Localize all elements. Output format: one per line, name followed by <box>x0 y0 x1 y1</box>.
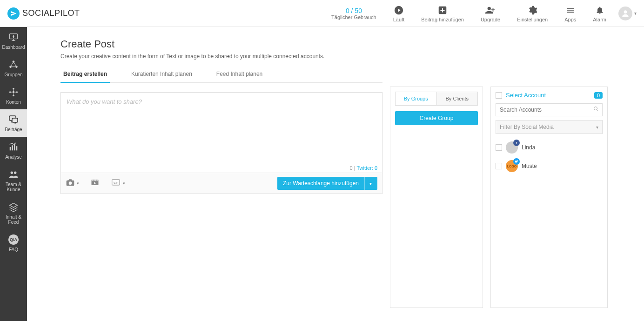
caret-down-icon: ▾ <box>365 181 372 186</box>
usage-count: 0 / 50 <box>346 7 362 14</box>
caret-down-icon: ▾ <box>634 11 637 16</box>
svg-point-3 <box>9 66 12 68</box>
svg-rect-11 <box>12 118 18 122</box>
post-composer: 0 | Twitter: 0 ▾ GIF ▾ Zur Warteschlange… <box>60 92 382 194</box>
monitor-icon <box>8 32 19 43</box>
avatar-icon <box>506 141 518 154</box>
chat-icon <box>8 114 19 125</box>
content-tabs: Beitrag erstellen Kuratierten Inhalt pla… <box>60 71 382 83</box>
group-tabs: By Groups By Clients <box>395 92 478 106</box>
tab-by-clients[interactable]: By Clients <box>437 92 478 105</box>
checkbox-icon <box>496 144 502 151</box>
add-photo-button[interactable]: ▾ <box>66 178 79 189</box>
user-menu[interactable]: ▾ <box>618 7 637 20</box>
svg-text:GIF: GIF <box>114 181 118 184</box>
chevron-down-icon: ▾ <box>77 181 79 186</box>
svg-point-5 <box>13 91 15 94</box>
page-title: Create Post <box>60 38 382 50</box>
composer-toolbar: ▾ GIF ▾ Zur Warteschlange hinzufügen ▾ <box>61 173 382 194</box>
add-to-queue-button[interactable]: Zur Warteschlange hinzufügen ▾ <box>277 177 377 190</box>
add-gif-button[interactable]: GIF ▾ <box>111 178 125 189</box>
groups-panel: By Groups By Clients Create Group <box>390 87 483 308</box>
tab-feed[interactable]: Feed Inhalt planen <box>214 71 265 83</box>
usage-label: Täglicher Gebrauch <box>331 14 376 20</box>
header: SOCIALPILOT 0 / 50 Täglicher Gebrauch Lä… <box>0 0 644 27</box>
create-group-button[interactable]: Create Group <box>395 111 478 125</box>
avatar-icon <box>618 7 632 20</box>
checkbox-icon <box>496 92 502 99</box>
select-account-toggle[interactable]: Select Account <box>496 92 546 99</box>
sidebar-item-accounts[interactable]: Konten <box>0 82 27 109</box>
daily-usage[interactable]: 0 / 50 Täglicher Gebrauch <box>323 7 385 20</box>
sidebar-item-groups[interactable]: Gruppen <box>0 54 27 82</box>
gear-icon <box>527 5 537 16</box>
menu-icon <box>566 5 575 16</box>
play-circle-icon <box>394 5 404 16</box>
sidebar-item-analyse[interactable]: Analyse <box>0 137 27 164</box>
chevron-down-icon: ▾ <box>596 125 598 130</box>
twitter-badge-icon <box>513 158 520 165</box>
add-video-button[interactable] <box>90 178 100 189</box>
tab-curated[interactable]: Kuratierten Inhalt planen <box>128 71 195 83</box>
sidebar-item-posts[interactable]: Beiträge <box>0 109 27 137</box>
facebook-badge-icon <box>513 140 520 146</box>
svg-point-16 <box>11 172 13 174</box>
plus-square-icon <box>437 5 448 16</box>
tab-by-groups[interactable]: By Groups <box>396 92 437 105</box>
qa-circle-icon: Q/A <box>8 234 19 245</box>
sidebar-item-faq[interactable]: Q/A FAQ <box>0 229 27 257</box>
network-icon <box>8 59 19 70</box>
svg-point-17 <box>14 172 16 174</box>
search-icon <box>593 106 599 113</box>
svg-point-4 <box>15 66 18 68</box>
settings-button[interactable]: Einstellungen <box>509 5 556 22</box>
main-content: Create Post Create your creative content… <box>27 27 644 321</box>
post-textarea[interactable] <box>61 93 382 161</box>
running-button[interactable]: Läuft <box>385 5 413 22</box>
account-name: Linda <box>522 144 535 151</box>
brand-logo[interactable]: SOCIALPILOT <box>7 7 80 20</box>
sidebar-item-dashboard[interactable]: Dashboard <box>0 27 27 54</box>
account-name: Muste <box>522 163 537 169</box>
svg-rect-12 <box>10 147 11 150</box>
svg-rect-13 <box>12 145 13 150</box>
sidebar-item-content[interactable]: Inhalt & Feed <box>0 197 27 229</box>
svg-point-2 <box>13 60 15 63</box>
apps-button[interactable]: Apps <box>556 5 584 22</box>
svg-point-6 <box>9 91 11 93</box>
svg-point-21 <box>594 107 597 110</box>
accounts-panel: Select Account 0 Filter By Social Media … <box>490 87 608 308</box>
tab-create-post[interactable]: Beitrag erstellen <box>60 71 110 83</box>
chevron-down-icon: ▾ <box>123 181 125 186</box>
twitter-counter: Twitter: 0 <box>356 165 377 171</box>
avatar-icon: LOGO <box>506 160 518 172</box>
add-post-button[interactable]: Beitrag hinzufügen <box>413 5 472 22</box>
checkbox-icon <box>496 163 502 169</box>
gif-icon: GIF <box>111 178 121 189</box>
upgrade-button[interactable]: Upgrade <box>472 5 509 22</box>
account-row[interactable]: LOGO Muste <box>496 160 603 172</box>
film-icon <box>90 178 100 189</box>
alarm-button[interactable]: Alarm <box>584 5 615 22</box>
filter-social-media-select[interactable]: Filter By Social Media ▾ <box>496 120 603 134</box>
paper-plane-icon <box>7 7 20 20</box>
user-plus-icon <box>485 5 496 16</box>
camera-icon <box>66 178 75 189</box>
search-accounts-input[interactable] <box>496 103 603 116</box>
account-row[interactable]: Linda <box>496 141 603 154</box>
selected-count-badge: 0 <box>594 92 603 99</box>
page-subtitle: Create your creative content in the form… <box>60 53 382 60</box>
bell-icon <box>595 5 604 16</box>
char-counter: 0 | Twitter: 0 <box>61 163 382 173</box>
svg-point-7 <box>16 91 18 93</box>
share-nodes-icon <box>8 87 19 98</box>
layers-icon <box>8 201 19 213</box>
sidebar: Dashboard Gruppen Konten Beiträge Analys… <box>0 27 27 321</box>
brand-name: SOCIALPILOT <box>22 8 80 18</box>
sidebar-item-team[interactable]: Team & Kunde <box>0 164 27 197</box>
svg-rect-15 <box>16 146 18 150</box>
svg-point-8 <box>13 88 14 90</box>
bar-chart-icon <box>8 141 19 153</box>
people-icon <box>8 169 19 180</box>
svg-point-0 <box>624 10 627 13</box>
